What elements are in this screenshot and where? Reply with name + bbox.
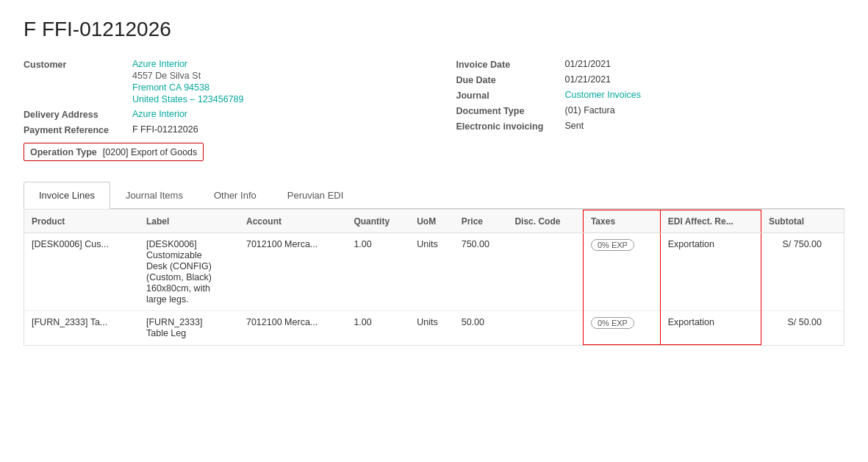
row2-product: [FURN_2333] Ta... [24,311,139,345]
tabs: Invoice Lines Journal Items Other Info P… [24,182,844,209]
delivery-value[interactable]: Azure Interior [132,109,187,119]
row2-price: 50.00 [454,311,508,345]
col-uom: UoM [409,210,454,233]
tax-badge-1[interactable]: 0% EXP [591,239,634,251]
customer-address2: Fremont CA 94538 [132,82,244,93]
tab-peruvian-edi[interactable]: Peruvian EDI [272,182,359,209]
due-date-label: Due Date [456,74,559,85]
due-date-row: Due Date 01/21/2021 [456,74,845,85]
row1-label: [DESK0006] Customizable Desk (CONFIG) (C… [139,233,239,311]
tax-badge-2[interactable]: 0% EXP [591,317,634,329]
col-account: Account [239,210,346,233]
doc-type-row: Document Type (01) Factura [456,105,845,116]
journal-label: Journal [456,90,559,101]
einvoicing-row: Electronic invoicing Sent [456,121,845,132]
form-right: Invoice Date 01/21/2021 Due Date 01/21/2… [456,59,845,161]
einvoicing-label: Electronic invoicing [456,121,559,132]
col-actions [829,210,844,233]
payment-label: Payment Reference [24,124,126,135]
page-title: F FFI-01212026 [24,18,844,41]
form-section: Customer Azure Interior 4557 De Silva St… [24,59,844,161]
row1-subtotal: S/ 750.00 [761,233,830,311]
row1-uom: Units [409,233,454,311]
invoice-date-value: 01/21/2021 [565,59,611,69]
col-price: Price [454,210,508,233]
operation-type-label: Operation Type [30,146,97,157]
col-edi-affect: EDI Affect. Re... [660,210,761,233]
row2-account: 7012100 Merca... [239,311,346,345]
row2-subtotal: S/ 50.00 [761,311,830,345]
customer-address1: 4557 De Silva St [132,71,244,81]
tab-other-info[interactable]: Other Info [198,182,272,209]
customer-name[interactable]: Azure Interior [132,59,244,69]
row1-taxes: 0% EXP [583,233,660,311]
tab-invoice-lines[interactable]: Invoice Lines [24,182,110,209]
journal-row: Journal Customer Invoices [456,90,845,101]
journal-value[interactable]: Customer Invoices [565,90,642,100]
operation-type-row: Operation Type [0200] Export of Goods [24,143,204,161]
row2-disc-code [507,311,583,345]
row2-edi-affect: Exportation [660,311,761,345]
col-quantity: Quantity [346,210,409,233]
payment-row: Payment Reference F FFI-01212026 [24,124,412,135]
row2-uom: Units [409,311,454,345]
customer-value: Azure Interior 4557 De Silva St Fremont … [132,59,244,104]
row1-quantity: 1.00 [346,233,409,311]
delivery-label: Delivery Address [24,109,126,120]
row1-edi-affect: Exportation [660,233,761,311]
invoice-lines-table: Product Label Account Quantity UoM Price… [24,209,844,346]
col-subtotal: Subtotal [761,210,830,233]
doc-type-value: (01) Factura [565,105,615,115]
einvoicing-value: Sent [565,121,584,131]
row1-price: 750.00 [454,233,508,311]
table-header-row: Product Label Account Quantity UoM Price… [24,210,844,233]
table-row: [FURN_2333] Ta... [FURN_2333] Table Leg … [24,311,844,345]
row1-account: 7012100 Merca... [239,233,346,311]
col-product: Product [24,210,139,233]
col-taxes: Taxes [583,210,660,233]
invoice-date-label: Invoice Date [456,59,559,70]
invoice-date-row: Invoice Date 01/21/2021 [456,59,845,70]
row1-product: [DESK0006] Cus... [24,233,139,311]
doc-type-label: Document Type [456,105,559,116]
customer-address3: United States – 123456789 [132,94,244,104]
row2-action [829,311,844,345]
col-label: Label [139,210,239,233]
payment-value: F FFI-01212026 [132,124,198,135]
operation-type-value: [0200] Export of Goods [103,147,198,157]
customer-label: Customer [24,59,126,70]
customer-row: Customer Azure Interior 4557 De Silva St… [24,59,412,104]
row1-disc-code [507,233,583,311]
row2-label: [FURN_2333] Table Leg [139,311,239,345]
table-row: [DESK0006] Cus... [DESK0006] Customizabl… [24,233,844,311]
col-disc-code: Disc. Code [507,210,583,233]
row2-quantity: 1.00 [346,311,409,345]
tab-journal-items[interactable]: Journal Items [110,182,198,209]
row1-action [829,233,844,311]
row2-taxes: 0% EXP [583,311,660,345]
delivery-row: Delivery Address Azure Interior [24,109,412,120]
due-date-value: 01/21/2021 [565,74,611,85]
form-left: Customer Azure Interior 4557 De Silva St… [24,59,412,161]
